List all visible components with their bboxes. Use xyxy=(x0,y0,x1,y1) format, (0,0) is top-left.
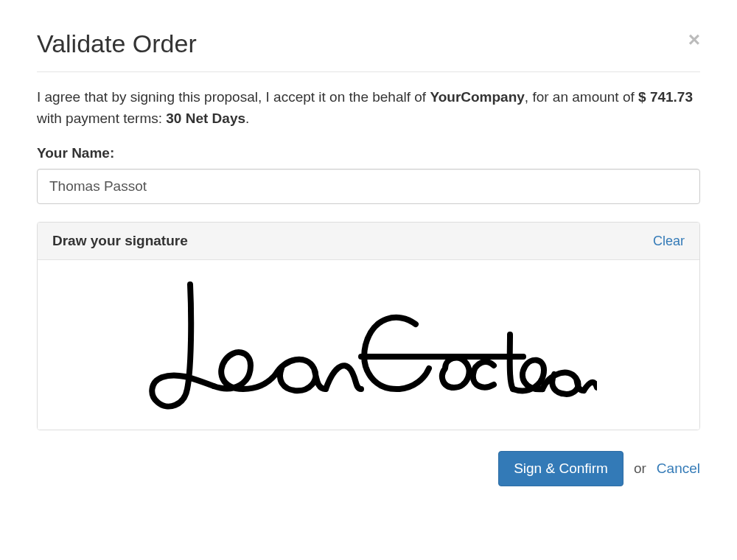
agreement-terms: 30 Net Days xyxy=(166,111,245,126)
close-icon[interactable]: × xyxy=(688,29,700,50)
signature-panel-header: Draw your signature Clear xyxy=(38,223,699,260)
name-input[interactable] xyxy=(37,169,700,204)
cancel-link[interactable]: Cancel xyxy=(657,461,700,477)
signature-canvas[interactable] xyxy=(38,260,699,430)
name-label: Your Name: xyxy=(37,145,700,161)
modal-title: Validate Order xyxy=(37,29,197,58)
agreement-suffix: . xyxy=(245,111,249,126)
agreement-prefix: I agree that by signing this proposal, I… xyxy=(37,89,430,105)
agreement-mid1: , for an amount of xyxy=(525,89,638,105)
agreement-text: I agree that by signing this proposal, I… xyxy=(37,87,700,129)
sign-confirm-button[interactable]: Sign & Confirm xyxy=(498,451,624,486)
signature-panel-title: Draw your signature xyxy=(52,233,188,249)
signature-panel: Draw your signature Clear xyxy=(37,222,700,430)
agreement-mid2: with payment terms: xyxy=(37,111,166,126)
agreement-company: YourCompany xyxy=(430,89,524,105)
signature-drawing xyxy=(140,271,597,419)
agreement-amount: $ 741.73 xyxy=(638,89,693,105)
clear-signature-link[interactable]: Clear xyxy=(653,234,685,249)
modal-header: Validate Order × xyxy=(37,29,700,72)
or-text: or xyxy=(634,461,646,477)
modal-footer: Sign & Confirm or Cancel xyxy=(37,451,700,486)
validate-order-modal: Validate Order × I agree that by signing… xyxy=(0,0,737,508)
